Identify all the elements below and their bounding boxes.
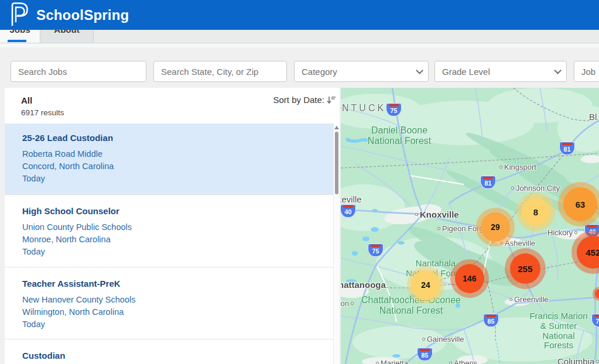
interstate-shield-icon: 77 xyxy=(591,314,599,327)
sort-by-date-label: Sort by Date: xyxy=(273,95,324,105)
results-count: 6917 results xyxy=(21,108,64,117)
interstate-shield-icon: 75 xyxy=(368,243,384,257)
map-city-label: hattanooga xyxy=(341,280,386,290)
search-location-field[interactable] xyxy=(153,61,287,82)
city-dot-icon xyxy=(437,227,440,230)
job-card-selected[interactable]: 25-26 Lead Custodian Roberta Road Middle… xyxy=(5,123,333,194)
tab-bar: Jobs About xyxy=(0,30,599,43)
list-filter-name: All xyxy=(21,95,32,105)
cluster-marker[interactable]: 146 xyxy=(455,264,484,293)
map-forest-label: Daniel BooneNational Forest xyxy=(352,125,446,146)
sort-by-date-control[interactable]: Sort by Date: xyxy=(273,95,336,105)
job-title[interactable]: Custodian xyxy=(22,351,321,360)
city-dot-icon xyxy=(596,360,599,363)
grade-level-select[interactable]: Grade Level xyxy=(434,61,567,82)
list-scrollbar[interactable] xyxy=(333,123,340,364)
map-city-label: Marietta xyxy=(376,359,408,364)
tab-about[interactable]: About xyxy=(40,30,94,43)
cluster-marker[interactable]: 63 xyxy=(563,187,597,221)
powerschool-logo-icon[interactable] xyxy=(8,2,29,29)
city-dot-icon xyxy=(500,242,503,245)
map-forest-label: Francis Marion& Sumter NationalForests xyxy=(512,311,599,351)
job-location: Wilmington, North Carolina xyxy=(22,306,321,318)
interstate-shield-icon: 81 xyxy=(480,176,496,189)
job-card[interactable]: Custodian xyxy=(5,339,333,364)
tab-jobs-label: Jobs xyxy=(0,30,40,35)
job-title[interactable]: Teacher Assistant-PreK xyxy=(22,279,321,289)
chevron-down-icon xyxy=(416,67,423,74)
job-date: Today xyxy=(22,173,321,185)
cluster-marker[interactable]: 29 xyxy=(481,212,510,242)
cluster-marker[interactable]: 8 xyxy=(522,198,550,226)
job-card[interactable]: High School Counselor Union County Publi… xyxy=(5,194,333,267)
map-city-label: ton xyxy=(341,299,354,308)
city-dot-icon xyxy=(509,298,512,301)
job-results-map[interactable]: NTUCKY Daniel BooneNational Forest Nanta… xyxy=(341,88,599,364)
job-date: Today xyxy=(22,318,321,331)
map-city-label: Columbia xyxy=(557,356,599,364)
map-city-label: Knoxville xyxy=(415,210,459,219)
map-city-label: keville xyxy=(341,194,362,204)
category-select-label: Category xyxy=(302,67,337,77)
interstate-shield-icon: 81 xyxy=(559,142,575,155)
job-type-select[interactable]: Job xyxy=(574,61,599,82)
job-list-panel: All 6917 results Sort by Date: 25-26 Lea… xyxy=(5,88,340,364)
job-title[interactable]: 25-26 Lead Custodian xyxy=(22,133,321,143)
scrollbar-thumb[interactable] xyxy=(335,132,338,194)
chevron-down-icon xyxy=(554,67,562,74)
map-city-label: Athens xyxy=(449,359,477,364)
city-dot-icon xyxy=(376,362,379,364)
search-location-input[interactable] xyxy=(161,67,279,77)
city-dot-icon xyxy=(351,302,354,305)
map-city-label: Bl xyxy=(589,112,597,122)
map-city-label: Asheville xyxy=(500,239,535,248)
map-city-label: Gainesville xyxy=(422,335,464,344)
city-dot-icon xyxy=(574,231,577,234)
city-dot-icon xyxy=(415,213,418,216)
active-tab-indicator xyxy=(8,40,26,42)
brand-title: SchoolSpring xyxy=(36,7,129,23)
map-forest-label: Chattahoochee-OconeeNational Forest xyxy=(347,295,475,316)
job-title[interactable]: High School Counselor xyxy=(22,206,321,216)
search-jobs-field[interactable] xyxy=(11,61,146,82)
interstate-shield-icon: 85 xyxy=(483,314,499,327)
scrollbar-up-arrow-icon[interactable] xyxy=(334,126,339,129)
map-city-label: Greenville xyxy=(509,295,549,304)
map-city-label: Hickory xyxy=(547,228,577,237)
job-org: Union County Public Schools xyxy=(22,221,321,233)
job-card[interactable]: Teacher Assistant-PreK New Hanover Count… xyxy=(5,267,333,339)
job-org: Roberta Road Middle xyxy=(22,148,321,160)
city-dot-icon xyxy=(499,166,502,169)
job-date: Today xyxy=(22,246,321,258)
map-city-label: Kingsport xyxy=(499,163,536,171)
job-type-select-label: Job xyxy=(581,67,595,77)
grade-level-select-label: Grade Level xyxy=(442,67,490,77)
city-dot-icon xyxy=(449,362,452,364)
cluster-marker[interactable]: 255 xyxy=(510,253,540,284)
job-org: New Hanover County Schools xyxy=(22,294,321,306)
interstate-shield-icon: 85 xyxy=(417,348,433,361)
tab-about-label: About xyxy=(40,30,93,35)
app-header: SchoolSpring xyxy=(0,0,599,30)
interstate-shield-icon: 75 xyxy=(386,103,402,116)
search-jobs-input[interactable] xyxy=(18,67,139,77)
city-dot-icon xyxy=(511,187,514,190)
tab-bar-divider xyxy=(0,44,599,47)
city-dot-icon xyxy=(422,338,425,341)
map-city-label: Johnson City xyxy=(511,184,560,193)
category-select[interactable]: Category xyxy=(294,61,429,82)
job-location: Monroe, North Carolina xyxy=(22,233,321,246)
cluster-marker[interactable]: 24 xyxy=(411,270,440,300)
interstate-shield-icon: 40 xyxy=(341,204,356,218)
sort-descending-icon xyxy=(326,95,336,105)
job-location: Concord, North Carolina xyxy=(22,160,321,173)
